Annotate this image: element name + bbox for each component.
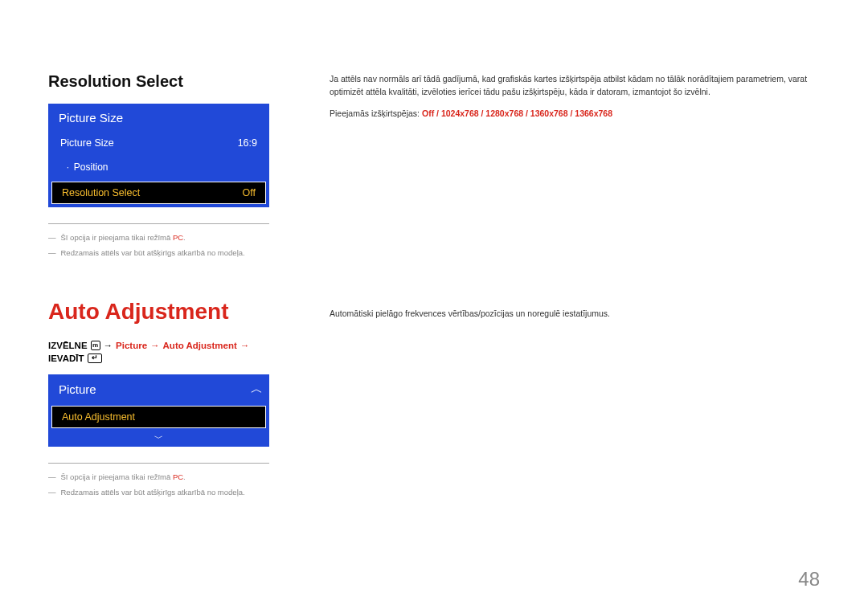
section-title-auto-adjustment: Auto Adjustment [48,299,281,325]
arrow-icon: → [150,341,160,350]
menu-item-label: Resolution Select [62,187,140,198]
section-title-resolution: Resolution Select [48,72,281,91]
footnote: ― Redzamais attēls var būt atšķirīgs atk… [48,487,281,497]
menu-item-label: Picture Size [60,137,114,149]
divider [48,223,269,224]
divider [48,463,269,464]
description-text: Pieejamās izšķirtspējas: Off / 1024x768 … [330,107,820,120]
enter-icon [88,353,102,363]
footnote: ― Šī opcija ir pieejama tikai režīmā PC. [48,232,281,243]
menu-item-value: 16:9 [238,137,257,149]
menu-picture: Picture ︿ Auto Adjustment ﹀ [48,374,269,447]
arrow-icon: → [104,341,113,350]
breadcrumb-label: IZVĒLNE [48,341,88,350]
breadcrumb-item: Auto Adjustment [163,341,237,350]
arrow-icon: → [240,341,250,350]
menu-item-resolution-select[interactable]: Resolution Select Off [51,182,266,204]
menu-item-picture-size[interactable]: Picture Size 16:9 [49,131,268,155]
menu-item-position[interactable]: ·Position [49,155,268,179]
breadcrumb: IZVĒLNE m → Picture → Auto Adjustment → … [48,341,281,363]
description-text: Automātiski pielāgo frekvences vērtības/… [330,307,820,320]
menu-icon: m [91,341,100,350]
menu-item-auto-adjustment[interactable]: Auto Adjustment [51,406,266,428]
menu-picture-size: Picture Size Picture Size 16:9 ·Position… [48,104,269,207]
menu-item-value: Off [243,187,256,198]
menu-header: Picture Size [49,104,268,131]
breadcrumb-label: IEVADĪT [48,353,84,363]
menu-item-label: Auto Adjustment [62,411,135,423]
footnote: ― Šī opcija ir pieejama tikai režīmā PC. [48,472,281,482]
menu-header: Picture ︿ [49,375,268,403]
menu-item-label: ·Position [67,161,108,173]
chevron-up-icon[interactable]: ︿ [251,382,259,397]
page-number: 48 [798,568,820,591]
description-text: Ja attēls nav normāls arī tādā gadījumā,… [330,72,820,99]
footnote: ― Redzamais attēls var būt atšķirīgs atk… [48,247,281,258]
breadcrumb-item: Picture [116,341,147,350]
chevron-down-icon[interactable]: ﹀ [49,431,268,446]
